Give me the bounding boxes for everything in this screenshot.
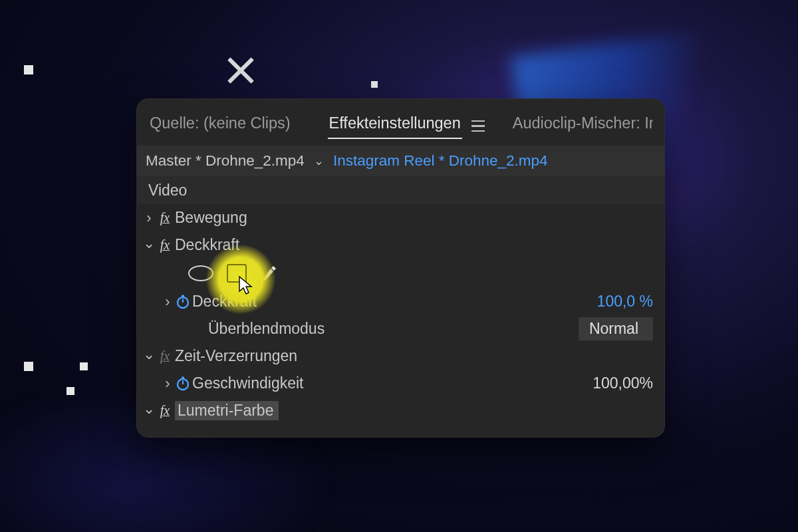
disclosure-icon[interactable] bbox=[143, 237, 155, 254]
disclosure-icon[interactable] bbox=[143, 209, 155, 227]
svg-rect-1 bbox=[182, 295, 184, 297]
stopwatch-icon[interactable] bbox=[174, 376, 192, 391]
disclosure-icon[interactable] bbox=[162, 293, 174, 311]
master-clip-label[interactable]: Master * Drohne_2.mp4 bbox=[146, 152, 305, 170]
effect-rows: Video fx Bewegung fx Deckkraft bbox=[136, 176, 665, 424]
chevron-down-icon[interactable]: ⌄ bbox=[314, 154, 324, 168]
clip-breadcrumb: Master * Drohne_2.mp4 ⌄ Instagram Reel *… bbox=[136, 146, 665, 176]
effect-controls-panel: Quelle: (keine Clips) Effekteinstellunge… bbox=[136, 98, 665, 438]
effect-row-deckkraft[interactable]: fx Deckkraft bbox=[136, 231, 665, 259]
effect-row-zeit[interactable]: fx Zeit-Verzerrungen bbox=[136, 342, 665, 370]
effect-label: Bewegung bbox=[175, 209, 247, 227]
property-label: Geschwindigkeit bbox=[192, 374, 303, 392]
panel-tabs: Quelle: (keine Clips) Effekteinstellunge… bbox=[136, 98, 665, 146]
section-video-label: Video bbox=[148, 182, 187, 200]
blendmode-dropdown[interactable]: Normal bbox=[579, 317, 653, 340]
property-value[interactable]: 100,00% bbox=[593, 374, 653, 392]
disclosure-icon[interactable] bbox=[162, 375, 174, 392]
sequence-clip-label[interactable]: Instagram Reel * Drohne_2.mp4 bbox=[333, 152, 548, 170]
mask-rectangle-icon[interactable] bbox=[227, 264, 247, 283]
tab-audio-mixer[interactable]: Audioclip-Mischer: Insta bbox=[511, 110, 653, 139]
section-video: Video bbox=[136, 176, 665, 204]
disclosure-icon[interactable] bbox=[143, 402, 155, 420]
property-label: Überblendmodus bbox=[208, 320, 325, 338]
stopwatch-icon[interactable] bbox=[174, 295, 192, 309]
fx-badge-icon[interactable]: fx bbox=[155, 210, 175, 225]
property-label: Deckkraft bbox=[192, 293, 257, 311]
fx-badge-icon[interactable]: fx bbox=[155, 403, 175, 418]
mask-ellipse-icon[interactable] bbox=[188, 265, 213, 281]
property-row-speed[interactable]: Geschwindigkeit 100,00% bbox=[136, 370, 665, 397]
tab-effect-settings[interactable]: Effekteinstellungen bbox=[328, 110, 462, 139]
mask-shape-buttons bbox=[136, 259, 665, 288]
fx-badge-icon[interactable]: fx bbox=[155, 237, 175, 253]
tab-source[interactable]: Quelle: (keine Clips) bbox=[148, 110, 292, 139]
effect-row-lumetri[interactable]: fx Lumetri-Farbe bbox=[136, 397, 665, 424]
property-row-deckkraft[interactable]: Deckkraft 100,0 % bbox=[136, 288, 665, 315]
property-value[interactable]: 100,0 % bbox=[597, 293, 653, 311]
property-row-blendmode: Überblendmodus Normal bbox=[136, 315, 665, 342]
effect-label: Lumetri-Farbe bbox=[175, 401, 279, 420]
disclosure-icon[interactable] bbox=[143, 348, 155, 365]
mask-pen-icon[interactable] bbox=[260, 265, 276, 282]
effect-label: Zeit-Verzerrungen bbox=[175, 347, 297, 365]
effect-label: Deckkraft bbox=[175, 236, 239, 254]
fx-badge-icon[interactable]: fx bbox=[155, 348, 175, 364]
close-icon[interactable] bbox=[225, 55, 255, 86]
effect-row-bewegung[interactable]: fx Bewegung bbox=[136, 204, 665, 231]
svg-rect-4 bbox=[182, 376, 184, 378]
panel-menu-icon[interactable] bbox=[471, 120, 485, 132]
